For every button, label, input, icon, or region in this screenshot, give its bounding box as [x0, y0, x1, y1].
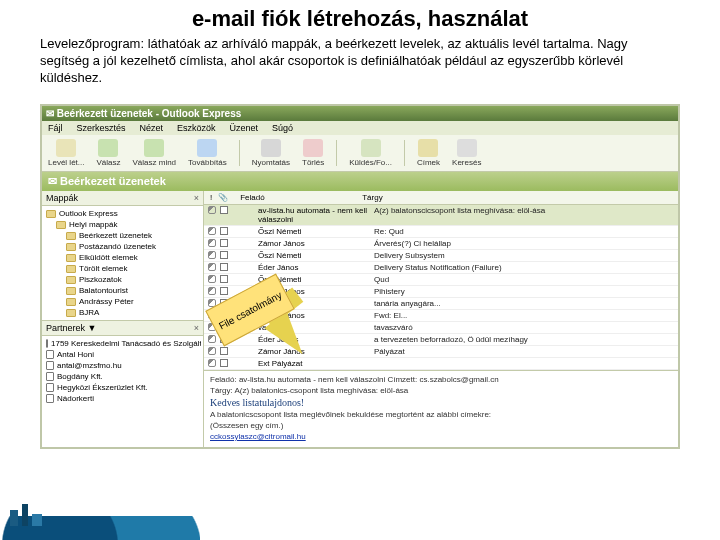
contact-icon: [46, 339, 48, 348]
toolbar-label: Válasz: [96, 158, 120, 167]
message-row[interactable]: Őszi NémetiRe: Qud: [204, 226, 678, 238]
slide-footer-graphic: [0, 500, 120, 540]
search-button[interactable]: Keresés: [452, 139, 481, 167]
contact-item[interactable]: Antal Honi: [44, 349, 201, 360]
folder-icon: [56, 221, 66, 229]
attachment-icon: [208, 206, 216, 214]
addresses-icon: [418, 139, 438, 157]
folder-item[interactable]: Outlook Express: [44, 208, 201, 219]
folder-label: Elküldött elemek: [79, 253, 138, 262]
contact-icon: [46, 350, 54, 359]
preview-body-1: A balatonicscsopont lista meglévőinek be…: [210, 410, 672, 419]
toolbar-label: Levél lét...: [48, 158, 84, 167]
attachment-icon: [208, 275, 216, 283]
reply-button[interactable]: Válasz: [96, 139, 120, 167]
contact-icon: [46, 383, 54, 392]
folder-item[interactable]: Elküldött elemek: [44, 252, 201, 263]
preview-pane: Feladó: av-lista.hu automata - nem kell …: [204, 370, 678, 447]
message-from: av-lista.hu automata - nem kell válaszol…: [258, 206, 368, 224]
attachment-icon: [208, 359, 216, 367]
attachment-icon: [208, 251, 216, 259]
preview-subject-line: Tárgy: A(z) balatonics-csopont lista meg…: [210, 386, 672, 395]
message-subject: A(z) balatonscicsopont lista meghívása: …: [374, 206, 674, 224]
folder-item[interactable]: Postázandó üzenetek: [44, 241, 201, 252]
message-subject: tavaszváró: [374, 323, 674, 332]
column-from[interactable]: Feladó: [240, 193, 350, 202]
toolbar-label: Küldés/Fo...: [349, 158, 392, 167]
message-subject: Delivery Status Notification (Failure): [374, 263, 674, 272]
addresses-button[interactable]: Címek: [417, 139, 440, 167]
preview-salutation: Kedves listatulajdonos!: [210, 397, 672, 408]
message-row[interactable]: av-lista.hu automata - nem kell válaszol…: [204, 205, 678, 226]
menu-szerkesztés[interactable]: Szerkesztés: [77, 123, 126, 133]
folder-item[interactable]: Piszkozatok: [44, 274, 201, 285]
message-subject: [374, 359, 674, 368]
reply-all-button[interactable]: Válasz mind: [132, 139, 176, 167]
folder-icon: [66, 298, 76, 306]
folder-item[interactable]: Balatontourist: [44, 285, 201, 296]
message-from: Őszi Németi: [258, 227, 368, 236]
contact-item[interactable]: Hegyközi Ékszerüzlet Kft.: [44, 382, 201, 393]
folder-icon: [66, 276, 76, 284]
folder-item[interactable]: Helyi mappák: [44, 219, 201, 230]
menubar: FájlSzerkesztésNézetEszközökÜzenetSúgó: [42, 121, 678, 135]
message-subject: Pihistery: [374, 287, 674, 296]
menu-súgó[interactable]: Súgó: [272, 123, 293, 133]
menu-fájl[interactable]: Fájl: [48, 123, 63, 133]
screenshot-window: ✉ Beérkezett üzenetek - Outlook Express …: [40, 104, 680, 449]
attachment-icon: [208, 347, 216, 355]
contact-icon: [46, 372, 54, 381]
contact-item[interactable]: antal@mzsfmo.hu: [44, 360, 201, 371]
message-from: Ext Pályázat: [258, 359, 368, 368]
message-subject: Re: Qud: [374, 227, 674, 236]
forward-button[interactable]: Továbbítás: [188, 139, 227, 167]
contacts-header[interactable]: Partnerek ▼: [46, 323, 96, 333]
envelope-icon: [220, 263, 228, 271]
folder-label: Outlook Express: [59, 209, 118, 218]
contact-label: Antal Honi: [57, 350, 94, 359]
folder-label: Törölt elemek: [79, 264, 127, 273]
envelope-icon: [220, 206, 228, 214]
folder-label: Postázandó üzenetek: [79, 242, 156, 251]
contact-label: Bogdány Kft.: [57, 372, 103, 381]
delete-button[interactable]: Törlés: [302, 139, 324, 167]
toolbar-label: Továbbítás: [188, 158, 227, 167]
menu-eszközök[interactable]: Eszközök: [177, 123, 216, 133]
attachment-icon: [208, 287, 216, 295]
folder-item[interactable]: Andrássy Péter: [44, 296, 201, 307]
new-mail-button[interactable]: Levél lét...: [48, 139, 84, 167]
contact-item[interactable]: Nádorkerti: [44, 393, 201, 404]
message-list-header: !📎 Feladó Tárgy: [204, 191, 678, 205]
app-icon: ✉: [46, 108, 54, 119]
folder-item[interactable]: Törölt elemek: [44, 263, 201, 274]
menu-üzenet[interactable]: Üzenet: [230, 123, 259, 133]
message-from: Őszi Németi: [258, 251, 368, 260]
message-row[interactable]: Zámor JánosÁrverés(?) Ci helállap: [204, 238, 678, 250]
message-from: Zámor János: [258, 239, 368, 248]
column-subject[interactable]: Tárgy: [362, 193, 382, 202]
toolbar-label: Válasz mind: [132, 158, 176, 167]
preview-link[interactable]: cckossylaszc@citromail.hu: [210, 432, 306, 441]
message-row[interactable]: Őszi NémetiDelivery Subsystem: [204, 250, 678, 262]
folder-icon: [66, 243, 76, 251]
message-row[interactable]: Éder JánosDelivery Status Notification (…: [204, 262, 678, 274]
folder-item[interactable]: Beérkezett üzenetek: [44, 230, 201, 241]
close-icon[interactable]: ×: [194, 193, 199, 203]
message-row[interactable]: Ext Pályázat: [204, 358, 678, 370]
envelope-icon: [220, 347, 228, 355]
close-icon[interactable]: ×: [194, 323, 199, 333]
message-row[interactable]: Zámor JánosPályázat: [204, 346, 678, 358]
contact-label: Nádorkerti: [57, 394, 94, 403]
contact-item[interactable]: 1759 Kereskedelmi Tanácsadó és Szolgálta…: [44, 338, 201, 349]
folder-tree: Outlook ExpressHelyi mappákBeérkezett üz…: [42, 206, 203, 320]
folder-label: Helyi mappák: [69, 220, 117, 229]
message-subject: Fwd: El...: [374, 311, 674, 320]
print-button[interactable]: Nyomtatás: [252, 139, 290, 167]
folder-icon: [46, 210, 56, 218]
message-subject: Delivery Subsystem: [374, 251, 674, 260]
contact-item[interactable]: Bogdány Kft.: [44, 371, 201, 382]
sendrecv-button[interactable]: Küldés/Fo...: [349, 139, 392, 167]
contact-label: 1759 Kereskedelmi Tanácsadó és Szolgálta…: [51, 339, 201, 348]
folder-item[interactable]: BJRA: [44, 307, 201, 318]
menu-nézet[interactable]: Nézet: [140, 123, 164, 133]
